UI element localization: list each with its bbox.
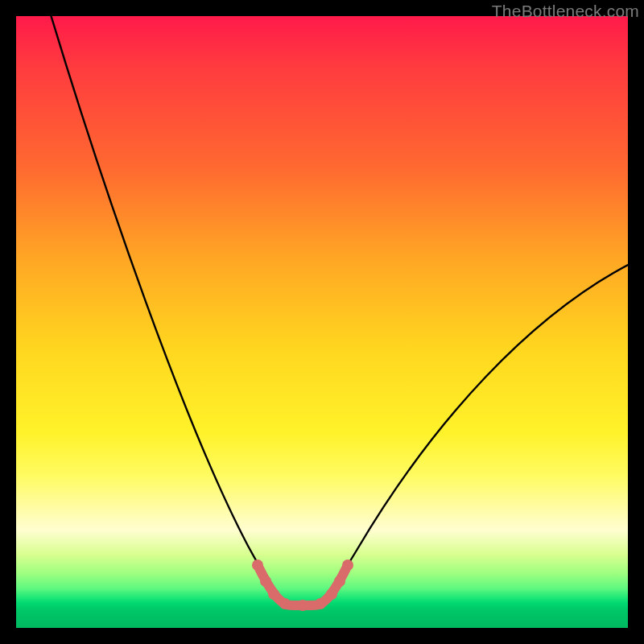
watermark-text: TheBottleneck.com [492,2,639,21]
svg-point-0 [252,559,263,571]
curve-path [50,16,628,602]
svg-point-5 [315,598,326,609]
svg-point-2 [268,588,279,600]
chart-stage: TheBottleneck.com [0,0,644,644]
svg-point-1 [260,576,271,587]
svg-point-8 [342,559,353,571]
svg-point-6 [326,588,337,600]
bottleneck-curve-svg [16,16,628,628]
optimal-zone-dots [252,559,353,611]
svg-point-7 [334,576,345,587]
svg-point-3 [279,598,291,609]
plot-area [16,16,628,628]
svg-point-4 [297,600,308,611]
